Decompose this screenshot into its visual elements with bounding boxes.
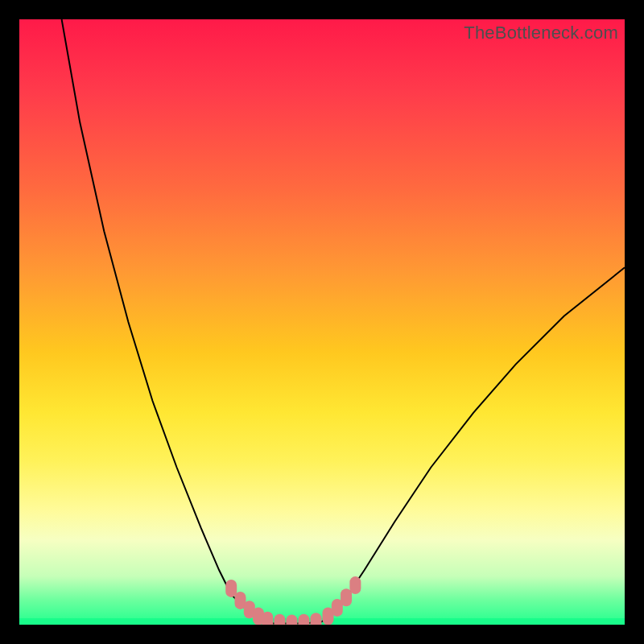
marker-point bbox=[286, 615, 297, 625]
marker-point bbox=[341, 588, 352, 606]
curve-left-branch bbox=[62, 19, 262, 621]
marker-point bbox=[298, 614, 309, 625]
watermark-text: TheBottleneck.com bbox=[464, 23, 618, 43]
outer-frame: TheBottleneck.com bbox=[0, 0, 644, 644]
marker-point bbox=[262, 612, 273, 625]
plot-area: TheBottleneck.com bbox=[19, 19, 625, 625]
curve-right-branch bbox=[322, 267, 625, 621]
marker-point bbox=[225, 580, 237, 597]
chart-svg bbox=[19, 19, 625, 625]
marker-point bbox=[349, 576, 361, 594]
marker-point bbox=[311, 613, 322, 625]
marker-point bbox=[274, 614, 285, 625]
marker-group bbox=[225, 576, 361, 625]
